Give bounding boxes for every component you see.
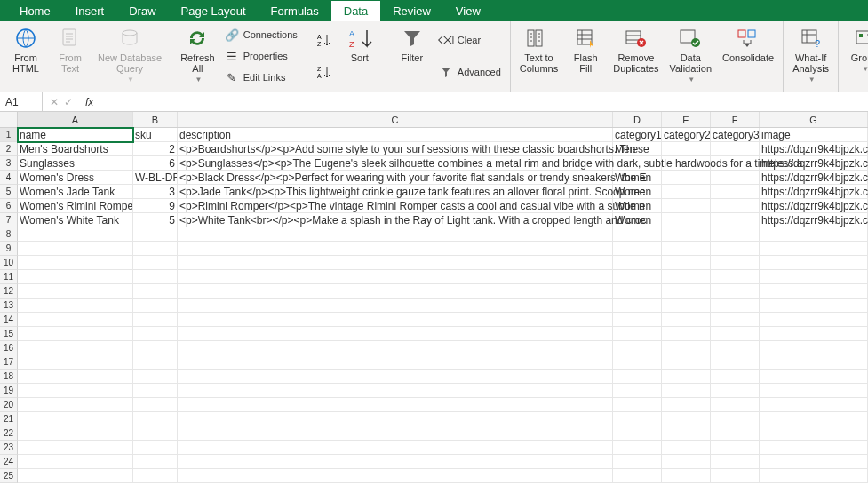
cell-G10[interactable] <box>760 256 868 270</box>
cell-F15[interactable] <box>711 327 760 341</box>
cell-E11[interactable] <box>662 270 711 284</box>
cell-D5[interactable]: Women <box>613 185 662 199</box>
cell-B12[interactable] <box>133 284 178 299</box>
tab-page-layout[interactable]: Page Layout <box>169 1 259 21</box>
cell-A6[interactable]: Women's Rimini Romper <box>18 199 133 213</box>
row-header-25[interactable]: 25 <box>0 469 18 483</box>
cell-A13[interactable] <box>18 299 133 313</box>
cell-A7[interactable]: Women's White Tank <box>18 213 133 227</box>
cell-B21[interactable] <box>133 412 178 426</box>
cell-D20[interactable] <box>613 398 662 412</box>
cell-D25[interactable] <box>613 469 662 483</box>
cell-G16[interactable] <box>760 341 868 355</box>
row-header-23[interactable]: 23 <box>0 441 18 455</box>
cell-E19[interactable] <box>662 384 711 398</box>
cell-B20[interactable] <box>133 398 178 412</box>
cell-A9[interactable] <box>18 242 133 256</box>
row-header-19[interactable]: 19 <box>0 384 18 398</box>
cell-F10[interactable] <box>711 256 760 270</box>
cell-B1[interactable]: sku <box>133 128 178 142</box>
cell-E21[interactable] <box>662 412 711 426</box>
cell-B14[interactable] <box>133 313 178 327</box>
row-header-20[interactable]: 20 <box>0 398 18 412</box>
cell-F17[interactable] <box>711 355 760 370</box>
cell-D8[interactable] <box>613 227 662 242</box>
cell-G22[interactable] <box>760 426 868 441</box>
cell-G20[interactable] <box>760 398 868 412</box>
cell-A24[interactable] <box>18 455 133 469</box>
cell-F3[interactable] <box>711 156 760 171</box>
cell-E6[interactable] <box>662 199 711 213</box>
cell-E14[interactable] <box>662 313 711 327</box>
cell-G19[interactable] <box>760 384 868 398</box>
cell-C1[interactable]: description <box>178 128 613 142</box>
row-header-21[interactable]: 21 <box>0 412 18 426</box>
cell-A23[interactable] <box>18 441 133 455</box>
cell-F18[interactable] <box>711 370 760 384</box>
row-header-15[interactable]: 15 <box>0 327 18 341</box>
cell-C23[interactable] <box>178 441 613 455</box>
cell-A10[interactable] <box>18 256 133 270</box>
cell-F1[interactable]: category3 <box>711 128 760 142</box>
cell-A3[interactable]: Sunglasses <box>18 156 133 171</box>
cell-A17[interactable] <box>18 355 133 370</box>
cell-C5[interactable]: <p>Jade Tank</p><p>This lightweight crin… <box>178 185 613 199</box>
row-header-2[interactable]: 2 <box>0 142 18 156</box>
group-button[interactable]: Group▼ <box>844 24 868 75</box>
cell-F22[interactable] <box>711 426 760 441</box>
tab-home[interactable]: Home <box>7 1 63 21</box>
cell-B22[interactable] <box>133 426 178 441</box>
flash-fill-button[interactable]: Flash Fill <box>565 24 606 76</box>
cell-F12[interactable] <box>711 284 760 299</box>
cell-B7[interactable]: 5 <box>133 213 178 227</box>
column-header-G[interactable]: G <box>760 112 868 127</box>
cell-C22[interactable] <box>178 426 613 441</box>
filter-button[interactable]: Filter <box>392 24 433 65</box>
cell-D1[interactable]: category1 <box>613 128 662 142</box>
cell-C4[interactable]: <p>Black Dress</p><p>Perfect for wearing… <box>178 171 613 185</box>
cell-B10[interactable] <box>133 256 178 270</box>
cell-A18[interactable] <box>18 370 133 384</box>
cell-E8[interactable] <box>662 227 711 242</box>
cell-F14[interactable] <box>711 313 760 327</box>
cell-A21[interactable] <box>18 412 133 426</box>
row-header-22[interactable]: 22 <box>0 426 18 441</box>
cell-G11[interactable] <box>760 270 868 284</box>
cell-A16[interactable] <box>18 341 133 355</box>
tab-insert[interactable]: Insert <box>63 1 117 21</box>
row-header-5[interactable]: 5 <box>0 185 18 199</box>
cell-C6[interactable]: <p>Rimini Romper</p><p>The vintage Rimin… <box>178 199 613 213</box>
row-header-4[interactable]: 4 <box>0 171 18 185</box>
cell-B15[interactable] <box>133 327 178 341</box>
cell-C2[interactable]: <p>Boardshorts</p><p>Add some style to y… <box>178 142 613 156</box>
cell-B25[interactable] <box>133 469 178 483</box>
cell-B19[interactable] <box>133 384 178 398</box>
column-header-A[interactable]: A <box>18 112 133 127</box>
cell-C21[interactable] <box>178 412 613 426</box>
cell-E24[interactable] <box>662 455 711 469</box>
column-header-D[interactable]: D <box>613 112 662 127</box>
cell-A2[interactable]: Men's Boardshorts <box>18 142 133 156</box>
cell-G12[interactable] <box>760 284 868 299</box>
cell-B16[interactable] <box>133 341 178 355</box>
column-header-F[interactable]: F <box>711 112 760 127</box>
cell-D13[interactable] <box>613 299 662 313</box>
cell-D16[interactable] <box>613 341 662 355</box>
cell-E4[interactable] <box>662 171 711 185</box>
cell-D17[interactable] <box>613 355 662 370</box>
row-header-6[interactable]: 6 <box>0 199 18 213</box>
fx-icon[interactable]: fx <box>80 96 99 108</box>
cell-G9[interactable] <box>760 242 868 256</box>
cell-F24[interactable] <box>711 455 760 469</box>
cell-F16[interactable] <box>711 341 760 355</box>
cell-F20[interactable] <box>711 398 760 412</box>
cell-G14[interactable] <box>760 313 868 327</box>
cell-B4[interactable]: W-BL-DR <box>133 171 178 185</box>
cell-C24[interactable] <box>178 455 613 469</box>
cell-B6[interactable]: 9 <box>133 199 178 213</box>
cell-E1[interactable]: category2 <box>662 128 711 142</box>
from-html-button[interactable]: From HTML <box>5 24 46 76</box>
cell-C12[interactable] <box>178 284 613 299</box>
cell-E17[interactable] <box>662 355 711 370</box>
cell-F6[interactable] <box>711 199 760 213</box>
